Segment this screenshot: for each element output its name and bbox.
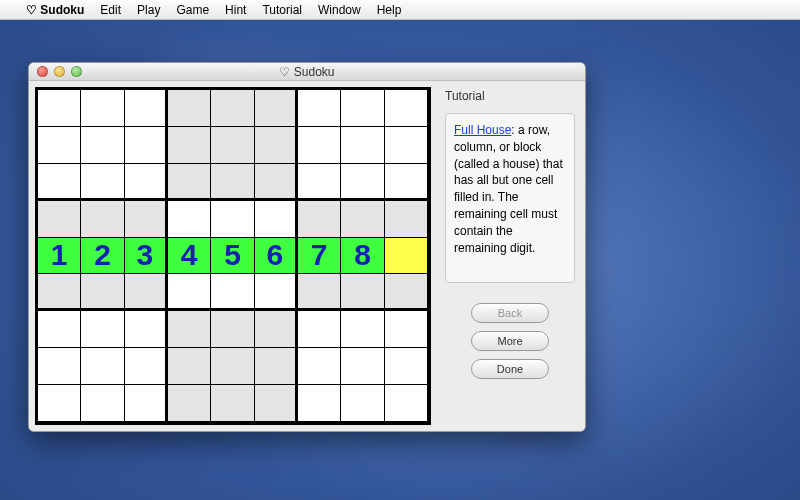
sudoku-cell[interactable] [125, 385, 168, 422]
sudoku-cell[interactable]: 7 [298, 238, 341, 275]
sudoku-cell[interactable] [341, 164, 384, 201]
menubar-item-play[interactable]: Play [137, 3, 160, 17]
sudoku-cell[interactable] [298, 274, 341, 311]
menubar-app-name[interactable]: ♡ Sudoku [26, 3, 84, 17]
sudoku-cell[interactable] [125, 348, 168, 385]
sudoku-cell[interactable] [168, 385, 211, 422]
menubar-item-tutorial[interactable]: Tutorial [262, 3, 302, 17]
sudoku-cell[interactable] [168, 311, 211, 348]
menubar-item-help[interactable]: Help [377, 3, 402, 17]
menubar-item-game[interactable]: Game [176, 3, 209, 17]
sudoku-cell[interactable]: 5 [211, 238, 254, 275]
sudoku-cell[interactable] [81, 164, 124, 201]
sudoku-cell[interactable] [125, 90, 168, 127]
sudoku-cell[interactable] [341, 311, 384, 348]
sudoku-cell[interactable] [298, 201, 341, 238]
sudoku-cell[interactable] [255, 164, 298, 201]
zoom-icon[interactable] [71, 66, 82, 77]
sudoku-cell[interactable] [385, 164, 428, 201]
sudoku-cell[interactable] [211, 90, 254, 127]
sudoku-cell[interactable] [341, 385, 384, 422]
sudoku-cell[interactable] [255, 311, 298, 348]
sudoku-cell[interactable] [38, 127, 81, 164]
sudoku-cell[interactable] [298, 90, 341, 127]
sudoku-cell[interactable] [81, 348, 124, 385]
sudoku-cell[interactable] [38, 201, 81, 238]
sudoku-cell[interactable] [255, 385, 298, 422]
sudoku-cell[interactable] [168, 274, 211, 311]
sudoku-cell[interactable] [385, 274, 428, 311]
sudoku-cell[interactable] [125, 311, 168, 348]
sudoku-cell[interactable] [81, 201, 124, 238]
sudoku-cell[interactable] [125, 274, 168, 311]
sudoku-cell[interactable] [125, 164, 168, 201]
sudoku-cell[interactable]: 3 [125, 238, 168, 275]
sudoku-cell[interactable]: 4 [168, 238, 211, 275]
sudoku-cell[interactable] [298, 385, 341, 422]
sudoku-cell[interactable]: 1 [38, 238, 81, 275]
sudoku-cell[interactable] [81, 127, 124, 164]
done-button[interactable]: Done [471, 359, 549, 379]
sudoku-grid: 12345678 [35, 87, 431, 425]
menubar-item-hint[interactable]: Hint [225, 3, 246, 17]
sudoku-cell[interactable] [211, 201, 254, 238]
sudoku-cell[interactable] [298, 164, 341, 201]
sudoku-cell[interactable] [255, 348, 298, 385]
sudoku-cell[interactable] [298, 348, 341, 385]
sudoku-cell[interactable] [81, 311, 124, 348]
sudoku-cell[interactable] [255, 274, 298, 311]
sudoku-cell[interactable] [211, 164, 254, 201]
sudoku-cell[interactable] [81, 385, 124, 422]
sudoku-cell[interactable]: 2 [81, 238, 124, 275]
menubar: ♡ Sudoku Edit Play Game Hint Tutorial Wi… [0, 0, 800, 20]
sudoku-cell[interactable] [38, 311, 81, 348]
sudoku-cell[interactable] [255, 127, 298, 164]
sudoku-cell[interactable] [168, 164, 211, 201]
back-button[interactable]: Back [471, 303, 549, 323]
sudoku-cell[interactable] [168, 348, 211, 385]
sudoku-cell[interactable] [211, 127, 254, 164]
sudoku-cell[interactable] [298, 127, 341, 164]
close-icon[interactable] [37, 66, 48, 77]
tutorial-body-text: : a row, column, or block (called a hous… [454, 123, 563, 255]
sudoku-cell[interactable] [211, 311, 254, 348]
sudoku-cell[interactable] [168, 90, 211, 127]
sudoku-cell[interactable] [211, 348, 254, 385]
sudoku-cell[interactable] [385, 90, 428, 127]
sudoku-cell[interactable] [255, 90, 298, 127]
sudoku-cell[interactable] [385, 348, 428, 385]
sudoku-cell[interactable] [38, 348, 81, 385]
sudoku-cell[interactable] [168, 201, 211, 238]
sudoku-cell[interactable] [81, 274, 124, 311]
sudoku-cell[interactable] [385, 201, 428, 238]
sudoku-cell[interactable] [385, 385, 428, 422]
sudoku-cell[interactable] [385, 127, 428, 164]
sudoku-cell[interactable] [38, 385, 81, 422]
sudoku-cell[interactable] [385, 311, 428, 348]
sudoku-cell[interactable] [211, 274, 254, 311]
tutorial-link-full-house[interactable]: Full House [454, 123, 511, 137]
sudoku-cell[interactable] [125, 201, 168, 238]
sudoku-cell[interactable] [81, 90, 124, 127]
sudoku-cell[interactable] [341, 201, 384, 238]
sudoku-cell[interactable] [211, 385, 254, 422]
sudoku-cell[interactable] [168, 127, 211, 164]
sudoku-cell[interactable] [298, 311, 341, 348]
sudoku-cell[interactable] [255, 201, 298, 238]
sudoku-cell[interactable]: 8 [341, 238, 384, 275]
sudoku-cell[interactable] [38, 90, 81, 127]
sudoku-cell[interactable] [38, 274, 81, 311]
more-button[interactable]: More [471, 331, 549, 351]
sudoku-cell[interactable]: 6 [255, 238, 298, 275]
sudoku-cell[interactable] [341, 274, 384, 311]
minimize-icon[interactable] [54, 66, 65, 77]
sudoku-cell[interactable] [341, 90, 384, 127]
sudoku-cell[interactable] [385, 238, 428, 275]
menubar-item-edit[interactable]: Edit [100, 3, 121, 17]
sudoku-cell[interactable] [38, 164, 81, 201]
menubar-item-window[interactable]: Window [318, 3, 361, 17]
titlebar[interactable]: ♡ Sudoku [29, 63, 585, 81]
sudoku-cell[interactable] [341, 127, 384, 164]
sudoku-cell[interactable] [341, 348, 384, 385]
sudoku-cell[interactable] [125, 127, 168, 164]
